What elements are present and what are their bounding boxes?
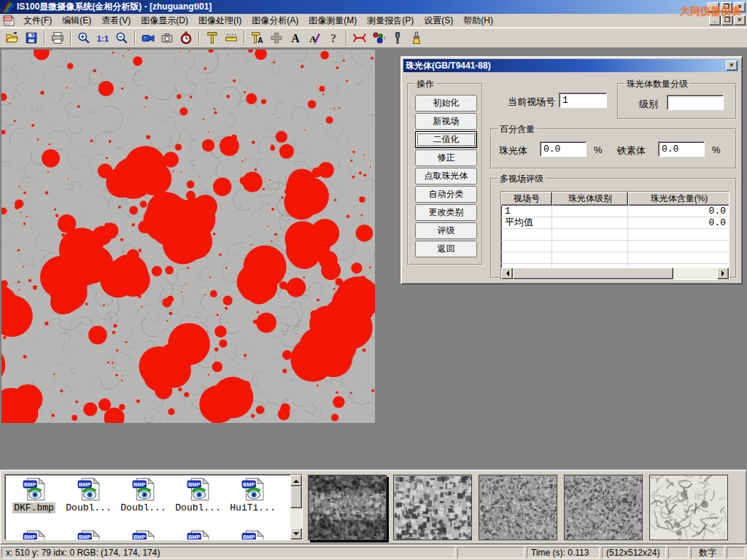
rating-table[interactable]: 视场号珠光体级别珠光体含量(%)铁素体含量(%) 10.0平均值0.0 xyxy=(500,191,729,280)
horizontal-scrollbar[interactable] xyxy=(501,268,729,279)
edit-text-icon[interactable]: A xyxy=(305,29,323,47)
op-button-3[interactable]: 修正 xyxy=(415,149,477,166)
gallery-thumbnail-1[interactable] xyxy=(393,475,472,540)
svg-text:BMP: BMP xyxy=(187,534,200,540)
file-item-3[interactable]: BMPDoubl... xyxy=(171,478,225,513)
caliper-icon[interactable] xyxy=(203,29,221,47)
restore-button[interactable]: ❐ xyxy=(721,2,732,12)
menu-item-1[interactable]: 编辑(E) xyxy=(57,13,96,28)
text-icon[interactable]: A xyxy=(286,29,304,47)
pearlite-dialog: 珠光体(GB/T9441-88) × 操作 初始化新视场二值化修正点取珠光体自动… xyxy=(400,56,743,284)
help-icon[interactable]: ? xyxy=(324,29,342,47)
status-bar: x: 510 y: 79 idx: 0 RGB: (174, 174, 174)… xyxy=(0,545,747,560)
mdi-close-button[interactable]: × xyxy=(734,15,746,26)
grade-label: 级别 xyxy=(639,98,658,111)
file-item-2[interactable]: BMPDoubl... xyxy=(116,478,171,513)
menu-item-9[interactable]: 帮助(H) xyxy=(458,13,498,28)
classify-points-icon[interactable]: 3 xyxy=(369,29,387,47)
brush-icon[interactable] xyxy=(407,29,425,47)
bmp-file-icon: BMP xyxy=(131,530,156,540)
vertical-scrollbar[interactable] xyxy=(290,475,302,540)
file-item-0[interactable]: BMPDKF.bmp xyxy=(7,478,61,513)
file-item-partial[interactable]: BMP xyxy=(7,530,61,540)
pixel-merge-icon[interactable] xyxy=(267,29,285,47)
open-icon[interactable] xyxy=(3,29,21,47)
ferrite-input[interactable] xyxy=(658,141,705,157)
scroll-left-icon[interactable] xyxy=(501,268,513,279)
op-button-8[interactable]: 返回 xyxy=(415,241,477,257)
table-row[interactable] xyxy=(501,241,729,252)
ruler-icon[interactable] xyxy=(222,29,240,47)
scroll-right-icon[interactable] xyxy=(717,268,729,279)
column-header-1[interactable]: 珠光体级别 xyxy=(552,192,628,206)
menu-item-7[interactable]: 测量报告(P) xyxy=(362,13,419,28)
file-item-partial[interactable]: BMP xyxy=(225,530,280,540)
scrollbar-thumb[interactable] xyxy=(513,268,673,279)
percent-group: 百分含量 珠光体 % 铁素体 % xyxy=(490,128,737,169)
actual-size-icon[interactable]: 1:1 xyxy=(93,29,112,47)
scrollbar-thumb[interactable] xyxy=(290,486,302,508)
file-item-partial[interactable]: BMP xyxy=(171,530,225,540)
mdi-minimize-button[interactable]: _ xyxy=(709,15,721,26)
pearlite-input[interactable] xyxy=(540,141,587,157)
file-name: HuiTi... xyxy=(228,502,276,513)
table-cell: 1 xyxy=(501,206,552,217)
menu-item-6[interactable]: 图像测量(M) xyxy=(303,13,362,28)
gallery-thumbnail-3[interactable] xyxy=(564,475,643,540)
table-cell xyxy=(501,241,552,252)
op-button-6[interactable]: 更改类别 xyxy=(415,204,477,221)
gallery-thumbnail-2[interactable] xyxy=(479,475,557,540)
minimize-button[interactable]: _ xyxy=(708,2,719,12)
gallery-thumbnail-4[interactable] xyxy=(649,475,728,540)
table-row[interactable]: 10.0 xyxy=(501,206,729,217)
file-list[interactable]: BMPDKF.bmpBMPDoubl...BMPDoubl...BMPDoubl… xyxy=(4,474,303,540)
op-button-1[interactable]: 新视场 xyxy=(415,113,477,130)
column-header-0[interactable]: 视场号 xyxy=(501,192,552,206)
menu-item-0[interactable]: 文件(F) xyxy=(18,13,57,28)
column-header-2[interactable]: 珠光体含量(%) xyxy=(628,192,729,206)
scroll-up-icon[interactable] xyxy=(290,475,302,486)
curve-icon[interactable] xyxy=(350,29,368,47)
dialog-title-bar[interactable]: 珠光体(GB/T9441-88) × xyxy=(403,59,740,72)
zoom-out-icon[interactable] xyxy=(112,29,131,47)
bmp-file-icon: BMP xyxy=(186,478,211,501)
video-camera-icon[interactable] xyxy=(139,29,157,47)
menu-item-5[interactable]: 图像分析(A) xyxy=(247,13,303,28)
op-button-4[interactable]: 点取珠光体 xyxy=(415,168,477,184)
measure-text-icon[interactable]: A xyxy=(248,29,266,47)
capture-icon[interactable] xyxy=(158,29,176,47)
menu-item-4[interactable]: 图像处理(I) xyxy=(193,13,247,28)
metallograph-image[interactable] xyxy=(1,50,375,423)
dialog-close-icon[interactable]: × xyxy=(726,61,738,71)
file-item-1[interactable]: BMPDoubl... xyxy=(61,478,116,513)
table-row[interactable] xyxy=(501,252,729,264)
op-button-2[interactable]: 二值化 xyxy=(415,131,477,148)
menu-item-2[interactable]: 查看(V) xyxy=(96,13,136,28)
file-item-partial[interactable]: BMP xyxy=(116,530,171,540)
table-row[interactable] xyxy=(501,229,729,241)
timer-icon[interactable] xyxy=(177,29,195,47)
zoom-in-icon[interactable] xyxy=(74,29,93,47)
close-button[interactable]: × xyxy=(734,2,746,12)
op-button-7[interactable]: 评级 xyxy=(415,222,477,239)
grade-input[interactable] xyxy=(667,95,724,110)
svg-text:A: A xyxy=(258,36,263,44)
pearlite-unit: % xyxy=(594,144,603,155)
op-button-5[interactable]: 自动分类 xyxy=(415,186,477,203)
menu-item-8[interactable]: 设置(S) xyxy=(419,13,458,28)
table-row[interactable]: 平均值0.0 xyxy=(501,217,729,229)
current-field-input[interactable] xyxy=(559,93,607,108)
mdi-restore-button[interactable]: ❐ xyxy=(721,15,733,26)
file-item-4[interactable]: BMPHuiTi... xyxy=(225,478,280,513)
scroll-down-icon[interactable] xyxy=(290,528,302,540)
save-icon[interactable] xyxy=(22,29,40,47)
table-cell xyxy=(552,252,628,264)
pen-icon[interactable] xyxy=(388,29,406,47)
menu-item-3[interactable]: 图像显示(D) xyxy=(136,13,193,28)
toolbar-separator xyxy=(44,31,45,45)
rating-group: 多视场评级 视场号珠光体级别珠光体含量(%)铁素体含量(%) 10.0平均值0.… xyxy=(490,178,737,279)
op-button-0[interactable]: 初始化 xyxy=(415,95,477,112)
file-item-partial[interactable]: BMP xyxy=(61,530,116,540)
gallery-thumbnail-0[interactable] xyxy=(308,475,387,540)
print-icon[interactable] xyxy=(48,29,66,47)
